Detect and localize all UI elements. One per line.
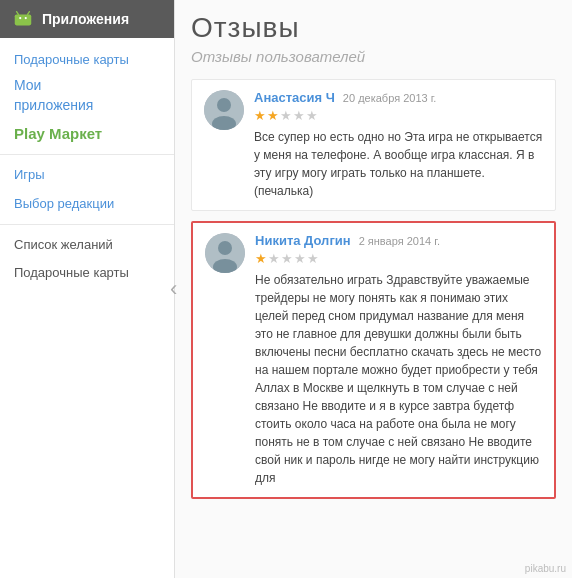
sidebar-divider-1 bbox=[0, 154, 174, 155]
star-1-5: ★ bbox=[306, 108, 318, 123]
review-card-1: Анастасия Ч 20 декабря 2013 г. ★ ★ ★ ★ ★… bbox=[191, 79, 556, 211]
star-1-1: ★ bbox=[254, 108, 266, 123]
review-body-2: Никита Долгин 2 января 2014 г. ★ ★ ★ ★ ★… bbox=[255, 233, 542, 487]
review-body-1: Анастасия Ч 20 декабря 2013 г. ★ ★ ★ ★ ★… bbox=[254, 90, 543, 200]
star-2-2: ★ bbox=[268, 251, 280, 266]
svg-line-4 bbox=[28, 12, 30, 15]
review-date-2: 2 января 2014 г. bbox=[359, 235, 440, 247]
sidebar-item-gift-cards-top[interactable]: Подарочные карты bbox=[0, 46, 174, 74]
review-text-2: Не обязательно играть Здравствуйте уважа… bbox=[255, 271, 542, 487]
sidebar-item-editor-choice[interactable]: Выбор редакции bbox=[0, 190, 174, 218]
sidebar-nav: Подарочные карты Мои приложения Play Мар… bbox=[0, 38, 174, 578]
star-2-1: ★ bbox=[255, 251, 267, 266]
star-2-5: ★ bbox=[307, 251, 319, 266]
svg-line-3 bbox=[17, 12, 19, 15]
svg-rect-0 bbox=[15, 14, 32, 25]
review-header-2: Никита Долгин 2 января 2014 г. bbox=[255, 233, 542, 248]
reviewer-name-2: Никита Долгин bbox=[255, 233, 351, 248]
star-1-3: ★ bbox=[280, 108, 292, 123]
sidebar-item-my-apps-1[interactable]: Мои bbox=[0, 74, 174, 96]
back-arrow[interactable]: ‹ bbox=[170, 276, 177, 302]
sidebar-header-label: Приложения bbox=[42, 11, 129, 27]
subtitle: Отзывы пользователей bbox=[191, 48, 556, 65]
page-title: Отзывы bbox=[191, 12, 556, 44]
review-header-1: Анастасия Ч 20 декабря 2013 г. bbox=[254, 90, 543, 105]
svg-point-2 bbox=[25, 17, 27, 19]
review-date-1: 20 декабря 2013 г. bbox=[343, 92, 437, 104]
star-1-2: ★ bbox=[267, 108, 279, 123]
svg-point-6 bbox=[217, 98, 231, 112]
main-content: Отзывы Отзывы пользователей Анастасия Ч … bbox=[175, 0, 572, 578]
star-2-4: ★ bbox=[294, 251, 306, 266]
sidebar-item-my-apps-2[interactable]: приложения bbox=[0, 96, 174, 120]
watermark: pikabu.ru bbox=[525, 563, 566, 574]
sidebar-item-play-market[interactable]: Play Маркет bbox=[0, 119, 174, 148]
svg-point-1 bbox=[19, 17, 21, 19]
stars-1: ★ ★ ★ ★ ★ bbox=[254, 108, 543, 123]
sidebar-divider-2 bbox=[0, 224, 174, 225]
avatar-1 bbox=[204, 90, 244, 130]
sidebar-item-gift-cards-bottom[interactable]: Подарочные карты bbox=[0, 259, 174, 287]
svg-point-9 bbox=[218, 241, 232, 255]
sidebar: Приложения Подарочные карты Мои приложен… bbox=[0, 0, 175, 578]
sidebar-item-games[interactable]: Игры bbox=[0, 161, 174, 189]
sidebar-item-wishlist[interactable]: Список желаний bbox=[0, 231, 174, 259]
review-text-1: Все супер но есть одно но Эта игра не от… bbox=[254, 128, 543, 200]
review-card-2: Никита Долгин 2 января 2014 г. ★ ★ ★ ★ ★… bbox=[191, 221, 556, 499]
android-icon bbox=[12, 8, 34, 30]
star-1-4: ★ bbox=[293, 108, 305, 123]
stars-2: ★ ★ ★ ★ ★ bbox=[255, 251, 542, 266]
reviewer-name-1: Анастасия Ч bbox=[254, 90, 335, 105]
avatar-2 bbox=[205, 233, 245, 273]
star-2-3: ★ bbox=[281, 251, 293, 266]
sidebar-header: Приложения bbox=[0, 0, 174, 38]
